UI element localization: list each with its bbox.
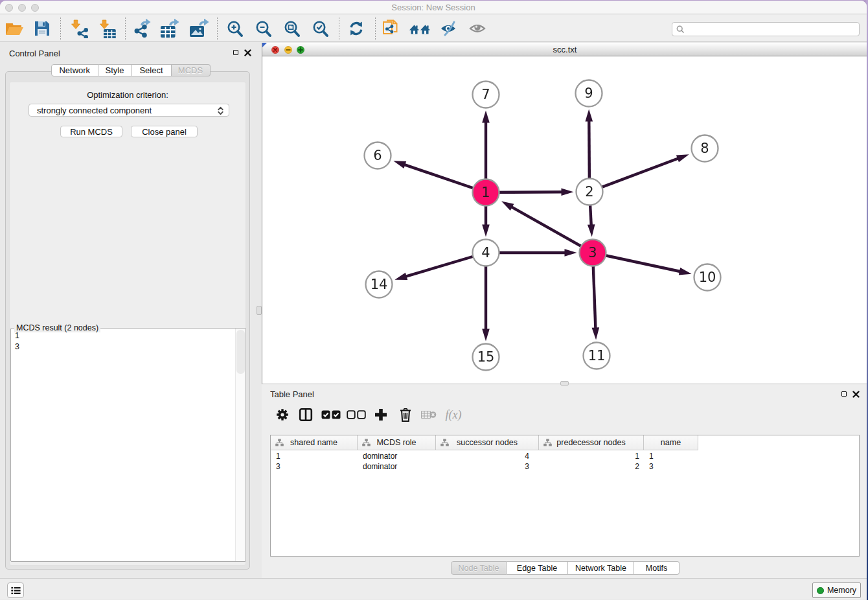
zoom-in-icon[interactable]: [223, 17, 246, 40]
mcds-result-fieldset: MCDS result (2 nodes) 1 3: [10, 323, 246, 562]
memory-status-icon: [817, 587, 824, 594]
table-toolbar: f(x): [270, 403, 858, 426]
control-panel: Control Panel NetworkStyleSelectMCDS Opt…: [0, 43, 255, 578]
save-session-icon[interactable]: [30, 17, 54, 40]
window-titlebar: Session: New Session: [0, 1, 867, 14]
search-box[interactable]: [672, 22, 860, 36]
import-table-icon[interactable]: [95, 17, 119, 40]
graph-node-7[interactable]: 7: [473, 82, 499, 108]
column-header-MCDS-role[interactable]: MCDS role: [358, 435, 436, 450]
column-header-shared-name[interactable]: shared name: [271, 435, 358, 450]
table-cell[interactable]: 3: [271, 461, 358, 472]
duplicate-network-icon[interactable]: [379, 17, 402, 40]
table-cell[interactable]: 1: [271, 451, 358, 461]
delete-column-icon[interactable]: [395, 403, 416, 426]
graph-node-1[interactable]: 1: [473, 179, 499, 206]
first-neighbors-icon[interactable]: [408, 17, 431, 40]
node-label: 7: [481, 87, 490, 102]
table-tab-network-table[interactable]: Network Table: [568, 561, 634, 575]
control-tab-select[interactable]: Select: [132, 64, 172, 76]
add-column-icon[interactable]: [371, 403, 391, 426]
optimization-criterion-label: Optimization criterion:: [0, 90, 255, 100]
table-panel-title: Table Panel: [270, 389, 314, 399]
column-layout-icon[interactable]: [295, 403, 316, 426]
table-cell[interactable]: 1: [644, 451, 698, 461]
control-tab-mcds[interactable]: MCDS: [172, 64, 211, 76]
graph-node-2[interactable]: 2: [577, 179, 603, 205]
mcds-result-title: MCDS result (2 nodes): [14, 323, 100, 332]
mcds-result-text[interactable]: 1 3: [15, 330, 19, 352]
node-table: shared nameMCDS rolesuccessor nodesprede…: [270, 435, 860, 557]
run-mcds-button[interactable]: Run MCDS: [60, 126, 122, 137]
edge-arrow-icon: [393, 161, 406, 168]
node-label: 6: [373, 148, 382, 163]
table-tab-node-table[interactable]: Node Table: [451, 561, 507, 575]
graph-node-14[interactable]: 14: [366, 271, 393, 298]
export-image-icon[interactable]: [187, 17, 211, 40]
select-all-rows-icon[interactable]: [321, 403, 341, 426]
table-cell[interactable]: 3: [644, 461, 698, 472]
import-network-icon[interactable]: [67, 17, 90, 40]
open-session-icon[interactable]: [3, 17, 26, 40]
table-cell[interactable]: dominator: [358, 451, 436, 461]
node-label: 9: [584, 86, 593, 101]
toolbar-separator: [375, 17, 376, 40]
vertical-splitter-handle[interactable]: [257, 306, 262, 315]
export-network-icon[interactable]: [130, 17, 154, 40]
show-all-icon[interactable]: [466, 17, 490, 40]
hide-selected-icon[interactable]: [437, 17, 461, 40]
search-input[interactable]: [687, 23, 859, 35]
criterion-dropdown-value: strongly connected component: [37, 106, 152, 115]
export-table-icon[interactable]: [158, 17, 181, 40]
result-scrollbar-thumb[interactable]: [236, 330, 245, 374]
edge-2-8[interactable]: [589, 158, 678, 192]
close-panel-button[interactable]: Close panel: [131, 126, 198, 137]
graph-node-8[interactable]: 8: [692, 135, 718, 162]
table-cell[interactable]: dominator: [358, 461, 436, 472]
main-toolbar: [0, 15, 867, 42]
node-label: 1: [481, 185, 490, 200]
memory-button[interactable]: Memory: [812, 583, 861, 598]
table-tab-motifs[interactable]: Motifs: [634, 561, 680, 575]
table-panel-float-icon[interactable]: [841, 391, 847, 397]
column-header-predecessor-nodes[interactable]: predecessor nodes: [539, 435, 644, 450]
mcds-result-box: [10, 328, 246, 562]
control-panel-float-icon[interactable]: [233, 50, 238, 55]
zoom-selected-icon[interactable]: [308, 17, 332, 40]
table-cell[interactable]: 2: [539, 461, 644, 472]
graph-node-10[interactable]: 10: [694, 264, 721, 291]
horizontal-splitter-handle[interactable]: [560, 381, 569, 386]
graph-node-11[interactable]: 11: [584, 343, 610, 369]
table-cell[interactable]: 1: [539, 451, 644, 461]
control-tab-style[interactable]: Style: [98, 64, 132, 76]
delete-table-icon[interactable]: [418, 403, 439, 426]
result-scrollbar[interactable]: [235, 329, 245, 561]
table-tab-edge-table[interactable]: Edge Table: [507, 561, 568, 575]
control-panel-close-icon[interactable]: [244, 49, 251, 58]
control-tab-network[interactable]: Network: [51, 64, 98, 76]
deselect-all-rows-icon[interactable]: [346, 403, 367, 426]
graph-node-15[interactable]: 15: [473, 344, 499, 371]
table-panel-close-icon[interactable]: [852, 390, 860, 400]
apply-layout-icon[interactable]: [345, 17, 368, 40]
control-panel-title: Control Panel: [9, 49, 60, 58]
table-cell[interactable]: 4: [436, 451, 539, 461]
graph-node-6[interactable]: 6: [365, 143, 391, 169]
network-window-titlebar[interactable]: scc.txt: [262, 43, 867, 56]
graph-node-4[interactable]: 4: [473, 240, 499, 266]
table-cell[interactable]: 3: [436, 461, 539, 472]
table-settings-icon[interactable]: [272, 403, 293, 426]
column-header-successor-nodes[interactable]: successor nodes: [436, 435, 539, 450]
network-window-title: scc.txt: [262, 45, 867, 54]
function-builder-icon[interactable]: f(x): [443, 403, 464, 426]
panel-selector-button[interactable]: [7, 583, 24, 598]
criterion-dropdown[interactable]: strongly connected component: [29, 104, 229, 117]
graph-node-9[interactable]: 9: [576, 80, 602, 107]
zoom-out-icon[interactable]: [251, 17, 275, 40]
toolbar-separator: [125, 17, 126, 40]
column-header-name[interactable]: name: [644, 435, 698, 450]
network-canvas[interactable]: 1234678910111415: [262, 56, 867, 384]
edge-arrow-icon: [561, 188, 573, 196]
zoom-fit-icon[interactable]: [280, 17, 303, 40]
graph-node-3[interactable]: 3: [580, 240, 606, 266]
